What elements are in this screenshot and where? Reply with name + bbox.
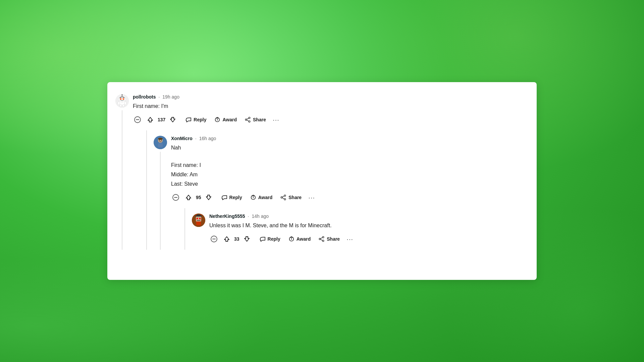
- action-bar-xonmicro: 95: [171, 192, 529, 203]
- svg-line-23: [247, 120, 249, 121]
- avatar-netherking: [192, 214, 205, 227]
- upvote-btn-1[interactable]: [145, 114, 156, 125]
- award-label-3: Award: [297, 236, 311, 242]
- svg-point-34: [284, 195, 286, 196]
- action-bar-netherking: 33: [209, 234, 529, 244]
- comment-card: pollrobots · 19h ago First name: I'm: [107, 82, 537, 280]
- share-icon-3: [319, 236, 325, 242]
- upvote-icon-1: [147, 117, 153, 123]
- comment-header-pollrobots: pollrobots · 19h ago: [133, 94, 529, 100]
- svg-line-22: [247, 118, 249, 119]
- svg-rect-43: [199, 218, 201, 219]
- svg-line-38: [282, 198, 284, 199]
- svg-point-12: [124, 102, 126, 105]
- svg-point-7: [121, 99, 121, 99]
- downvote-icon-3: [244, 236, 250, 242]
- downvote-btn-2[interactable]: [203, 192, 214, 203]
- svg-point-20: [249, 121, 250, 122]
- upvote-btn-2[interactable]: [183, 192, 194, 203]
- svg-point-10: [124, 98, 126, 100]
- collapse-btn-1[interactable]: [133, 115, 142, 124]
- share-btn-3[interactable]: Share: [315, 234, 343, 244]
- reply-btn-1[interactable]: Reply: [182, 115, 210, 125]
- downvote-btn-3[interactable]: [241, 234, 252, 244]
- vote-section-3: 33: [221, 234, 252, 244]
- award-label-1: Award: [222, 117, 237, 122]
- username-netherking: NetherKing5555: [209, 214, 245, 219]
- vote-count-2: 95: [196, 195, 201, 200]
- separator-3: ·: [248, 214, 249, 219]
- award-icon-2: [250, 194, 256, 200]
- svg-rect-42: [197, 218, 198, 219]
- vote-count-1: 137: [158, 117, 165, 122]
- share-btn-2[interactable]: Share: [277, 192, 305, 202]
- svg-point-29: [158, 138, 163, 140]
- award-btn-1[interactable]: Award: [211, 115, 240, 125]
- share-icon-1: [245, 117, 251, 123]
- collapse-btn-3[interactable]: [209, 234, 219, 244]
- share-btn-1[interactable]: Share: [241, 115, 269, 125]
- award-icon-1: [214, 117, 220, 123]
- reply-label-2: Reply: [229, 195, 242, 200]
- share-label-3: Share: [327, 236, 340, 242]
- svg-rect-44: [197, 220, 200, 221]
- comment-text-xonmicro: Nah First name: I Middle: Am Last: Steve: [171, 144, 529, 188]
- svg-point-21: [245, 119, 247, 121]
- svg-point-14: [122, 104, 124, 107]
- snoo-avatar-svg: [115, 94, 129, 108]
- thread-line-2: [160, 152, 161, 250]
- svg-point-11: [118, 102, 120, 105]
- svg-point-35: [284, 198, 286, 200]
- avatar-pollrobots: [115, 94, 129, 108]
- timestamp-netherking: 14h ago: [252, 214, 269, 219]
- collapse-icon-1: [134, 116, 141, 123]
- reply-icon-1: [185, 117, 192, 123]
- award-btn-2[interactable]: Award: [247, 192, 276, 202]
- reply-label-1: Reply: [194, 117, 206, 122]
- comment-pollrobots: pollrobots · 19h ago First name: I'm: [107, 89, 537, 250]
- avatar-xonmicro: [154, 136, 167, 149]
- vote-count-3: 33: [234, 236, 239, 242]
- svg-point-19: [249, 117, 250, 119]
- svg-point-27: [159, 140, 160, 141]
- reply-btn-2[interactable]: Reply: [218, 192, 246, 202]
- collapse-btn-2[interactable]: [171, 193, 180, 202]
- separator-1: ·: [158, 94, 160, 100]
- svg-point-4: [121, 94, 123, 96]
- svg-line-57: [321, 239, 323, 240]
- nested-left-xonmicro: [154, 136, 167, 250]
- award-icon-3: [288, 236, 294, 242]
- comment-thread: pollrobots · 19h ago First name: I'm: [107, 82, 537, 256]
- share-icon-2: [280, 194, 286, 200]
- svg-line-37: [282, 196, 284, 197]
- more-btn-2[interactable]: ···: [306, 192, 317, 203]
- nested-body-netherking: NetherKing5555 · 14h ago Unless it was I…: [209, 214, 529, 250]
- comment-xonmicro: XonMicro · 16h ago Nah First name: I Mid…: [146, 130, 529, 250]
- more-btn-1[interactable]: ···: [271, 114, 281, 125]
- username-xonmicro: XonMicro: [171, 136, 193, 141]
- more-btn-3[interactable]: ···: [344, 234, 355, 244]
- avatar-xonmicro-svg: [154, 136, 167, 149]
- comment-text-netherking: Unless it was I M. Steve, and the M is f…: [209, 222, 529, 230]
- comment-header-netherking: NetherKing5555 · 14h ago: [209, 214, 529, 219]
- separator-2: ·: [195, 136, 197, 141]
- award-btn-3[interactable]: Award: [285, 234, 314, 244]
- username-pollrobots: pollrobots: [133, 94, 156, 100]
- reply-btn-3[interactable]: Reply: [256, 234, 284, 244]
- share-label-2: Share: [288, 195, 302, 200]
- svg-point-8: [123, 99, 124, 99]
- svg-point-9: [118, 98, 120, 100]
- collapse-icon-2: [172, 194, 179, 201]
- svg-rect-46: [196, 215, 201, 216]
- reply-label-3: Reply: [268, 236, 280, 242]
- downvote-btn-1[interactable]: [167, 114, 178, 125]
- nested-inner-xonmicro: XonMicro · 16h ago Nah First name: I Mid…: [154, 130, 529, 250]
- upvote-btn-3[interactable]: [221, 234, 232, 244]
- svg-line-56: [321, 238, 323, 239]
- vote-section-1: 137: [145, 114, 178, 125]
- nested-inner-netherking: NetherKing5555 · 14h ago Unless it was I…: [192, 208, 529, 250]
- svg-point-28: [161, 140, 162, 141]
- comment-left-col: [115, 94, 129, 250]
- vote-section-2: 95: [183, 192, 214, 203]
- svg-rect-26: [158, 143, 163, 147]
